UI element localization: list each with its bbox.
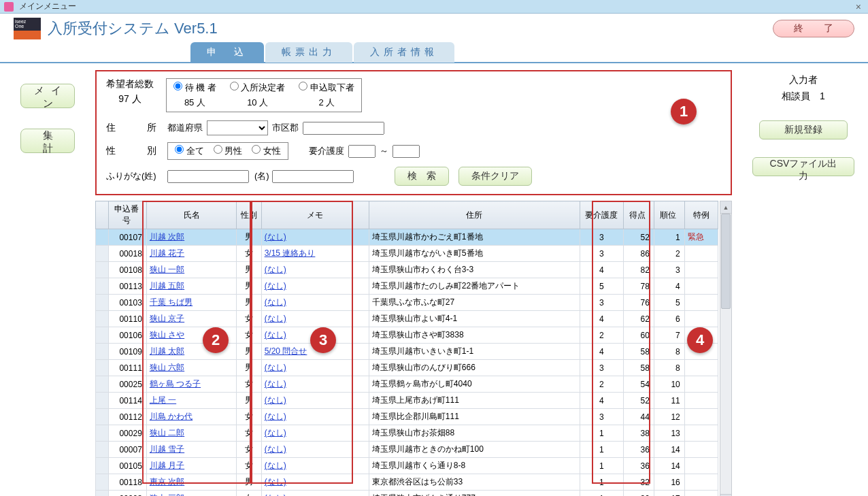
table-row[interactable]: 00003狭山 三郎女(なし)埼玉県狭山市げんき通り77713017: [96, 491, 718, 497]
col-score[interactable]: 得点: [623, 201, 654, 229]
table-row[interactable]: 00108狭山 一郎男(なし)埼玉県狭山市わくわく台3-34823: [96, 262, 718, 278]
row-header[interactable]: [96, 393, 109, 409]
row-header[interactable]: [96, 344, 109, 360]
row-header[interactable]: [96, 409, 109, 425]
table-row[interactable]: 00029狭山 二郎女(なし)埼玉県狭山市お茶畑8813813: [96, 425, 718, 442]
name-link[interactable]: 千葉 ちば男: [150, 297, 193, 307]
row-header[interactable]: [96, 491, 109, 497]
table-row[interactable]: 00007川越 雪子女(なし)埼玉県川越市ときのかね町10013614: [96, 442, 718, 458]
memo-link[interactable]: (なし): [265, 461, 286, 470]
memo-link[interactable]: (なし): [265, 412, 286, 421]
tab-resident[interactable]: 入所者情報: [354, 42, 454, 63]
table-row[interactable]: 00106狭山 さや女(なし)埼玉県狭山市さや町38382607: [96, 327, 718, 344]
status-waiting[interactable]: 待 機 者: [173, 82, 216, 93]
memo-link[interactable]: (なし): [265, 232, 286, 242]
row-header[interactable]: [96, 295, 109, 311]
memo-link[interactable]: 5/20 問合せ: [265, 346, 307, 356]
table-row[interactable]: 00118東京 次郎男(なし)東京都渋谷区はち公前3313216: [96, 474, 718, 491]
col-spec[interactable]: 特例: [684, 201, 718, 229]
new-register-button[interactable]: 新規登録: [759, 120, 848, 139]
close-icon[interactable]: ×: [853, 1, 864, 12]
row-header[interactable]: [96, 229, 109, 246]
row-header[interactable]: [96, 442, 109, 458]
kana-name-input[interactable]: [272, 170, 354, 183]
memo-link[interactable]: (なし): [265, 363, 286, 372]
table-row[interactable]: 00110狭山 京子女(なし)埼玉県狭山市よい町4-14626: [96, 311, 718, 327]
aggregate-button[interactable]: 集 計: [20, 129, 75, 153]
main-button[interactable]: メイン: [20, 84, 75, 108]
name-link[interactable]: 狭山 一郎: [150, 265, 184, 274]
table-row[interactable]: 00105川越 月子女(なし)埼玉県川越市くら通り8-813614: [96, 458, 718, 474]
table-row[interactable]: 00109川越 太郎男5/20 問合せ埼玉県川越市いきいき町1-14588: [96, 344, 718, 360]
care-from-input[interactable]: [348, 145, 375, 158]
name-link[interactable]: 川越 次郎: [150, 232, 184, 242]
name-link[interactable]: 狭山 二郎: [150, 428, 184, 437]
table-row[interactable]: 00103千葉 ちば男男(なし)千葉県ふな市ふな町273765: [96, 295, 718, 311]
scroll-track[interactable]: [720, 214, 731, 494]
memo-link[interactable]: (なし): [265, 428, 286, 437]
name-link[interactable]: 川越 雪子: [150, 444, 184, 454]
name-link[interactable]: 川越 太郎: [150, 346, 184, 356]
row-header[interactable]: [96, 327, 109, 344]
table-row[interactable]: 00018川越 花子女3/15 連絡あり埼玉県川越市ながいき町5番地3862: [96, 246, 718, 262]
gender-all[interactable]: 全て: [175, 145, 204, 157]
col-memo[interactable]: メモ: [261, 201, 369, 229]
care-to-input[interactable]: [393, 145, 420, 158]
kana-surname-input[interactable]: [167, 170, 249, 183]
col-addr[interactable]: 住所: [369, 201, 580, 229]
csv-export-button[interactable]: CSVファイル出力: [752, 157, 854, 176]
row-header[interactable]: [96, 376, 109, 393]
name-link[interactable]: 川越 花子: [150, 248, 184, 258]
col-sex[interactable]: 性別: [237, 201, 261, 229]
name-link[interactable]: 鶴ヶ島 つる子: [150, 379, 201, 388]
memo-link[interactable]: (なし): [265, 379, 286, 388]
pref-select[interactable]: [207, 120, 268, 135]
memo-link[interactable]: (なし): [265, 265, 286, 274]
tab-report[interactable]: 帳票出力: [265, 42, 352, 63]
row-header[interactable]: [96, 458, 109, 474]
row-header[interactable]: [96, 262, 109, 278]
gender-male[interactable]: 男性: [214, 145, 243, 157]
table-row[interactable]: 00107川越 次郎男(なし)埼玉県川越市かわごえ町1番地3521緊急: [96, 229, 718, 246]
memo-link[interactable]: (なし): [265, 314, 286, 323]
search-button[interactable]: 検 索: [395, 167, 449, 186]
scroll-up-icon[interactable]: ▲: [720, 201, 731, 214]
memo-link[interactable]: (なし): [265, 330, 286, 340]
row-header[interactable]: [96, 278, 109, 295]
col-rank[interactable]: 順位: [654, 201, 684, 229]
memo-link[interactable]: (なし): [265, 444, 286, 454]
row-header[interactable]: [96, 246, 109, 262]
name-link[interactable]: 川島 かわ代: [150, 412, 193, 421]
table-row[interactable]: 00111狭山 六郎男(なし)埼玉県狭山市のんびり町6663588: [96, 360, 718, 376]
table-row[interactable]: 00025鶴ヶ島 つる子女(なし)埼玉県鶴ヶ島市がし町404025410: [96, 376, 718, 393]
row-header[interactable]: [96, 311, 109, 327]
memo-link[interactable]: 3/15 連絡あり: [265, 248, 316, 258]
tab-apply[interactable]: 申 込: [190, 42, 264, 63]
memo-link[interactable]: (なし): [265, 395, 286, 405]
status-withdrawn[interactable]: 申込取下者: [299, 82, 354, 93]
clear-button[interactable]: 条件クリア: [458, 167, 532, 186]
table-row[interactable]: 00114上尾 一男(なし)埼玉県上尾市あげ町11145211: [96, 393, 718, 409]
memo-link[interactable]: (なし): [265, 297, 286, 307]
name-link[interactable]: 狭山 さや: [150, 330, 184, 340]
memo-link[interactable]: (なし): [265, 281, 286, 291]
row-header[interactable]: [96, 474, 109, 491]
city-input[interactable]: [303, 122, 384, 135]
name-link[interactable]: 上尾 一: [150, 395, 176, 405]
name-link[interactable]: 東京 次郎: [150, 477, 184, 486]
memo-link[interactable]: (なし): [265, 477, 286, 486]
col-name[interactable]: 氏名: [146, 201, 237, 229]
exit-button[interactable]: 終 了: [773, 20, 854, 37]
memo-link[interactable]: (なし): [265, 493, 286, 496]
row-header[interactable]: [96, 360, 109, 376]
name-link[interactable]: 川越 月子: [150, 461, 184, 470]
name-link[interactable]: 狭山 京子: [150, 314, 184, 323]
name-link[interactable]: 狭山 六郎: [150, 363, 184, 372]
table-row[interactable]: 00113川越 五郎男(なし)埼玉県川越市たのしみ町22番地アパート5784: [96, 278, 718, 295]
scroll-thumb[interactable]: [721, 214, 731, 309]
table-row[interactable]: 00112川島 かわ代女(なし)埼玉県比企郡川島町11134412: [96, 409, 718, 425]
gender-female[interactable]: 女性: [252, 145, 281, 157]
col-care[interactable]: 要介護度: [580, 201, 623, 229]
status-decided[interactable]: 入所決定者: [230, 82, 286, 93]
name-link[interactable]: 川越 五郎: [150, 281, 184, 291]
